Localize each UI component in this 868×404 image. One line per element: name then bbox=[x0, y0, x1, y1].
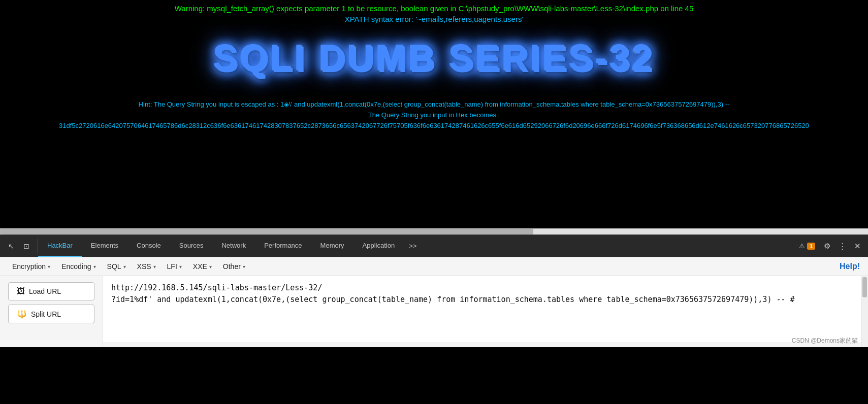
logo-text: SQLI DUMB SERIES-32 bbox=[213, 38, 654, 79]
url-scrollbar-thumb[interactable] bbox=[862, 277, 867, 297]
hint-label: Hint: The Query String you input is esca… bbox=[139, 100, 279, 108]
tab-performance-label: Performance bbox=[264, 242, 302, 249]
hex-value: 31df5c2720616e6420757064617465786d6c2831… bbox=[59, 122, 809, 129]
devtools-bar: ↖ ⊡ HackBar Elements Console Sources Net… bbox=[0, 234, 868, 257]
load-url-btn[interactable]: 🖼 Load URL bbox=[8, 282, 94, 300]
tab-sources-label: Sources bbox=[179, 242, 204, 249]
xss-menu-btn[interactable]: XSS ▾ bbox=[133, 260, 160, 273]
encryption-menu-btn[interactable]: Encryption ▾ bbox=[8, 260, 54, 273]
tab-hackbar[interactable]: HackBar bbox=[38, 235, 82, 257]
xxe-arrow: ▾ bbox=[209, 264, 212, 270]
warning-badge-btn[interactable]: ⚠ 1 bbox=[796, 240, 818, 252]
tab-elements[interactable]: Elements bbox=[82, 235, 127, 257]
other-arrow: ▾ bbox=[243, 264, 245, 270]
encryption-arrow: ▾ bbox=[48, 264, 50, 270]
tab-memory-label: Memory bbox=[320, 242, 344, 249]
tab-network[interactable]: Network bbox=[212, 235, 255, 257]
more-options-icon: ⋮ bbox=[839, 242, 846, 251]
device-icon-btn[interactable]: ⊡ bbox=[19, 239, 34, 253]
split-url-label: Split URL bbox=[31, 310, 61, 318]
tab-more[interactable]: >> bbox=[404, 235, 422, 257]
tab-sources[interactable]: Sources bbox=[170, 235, 213, 257]
logo-container: SQLI DUMB SERIES-32 bbox=[0, 27, 868, 94]
encoding-arrow: ▾ bbox=[93, 264, 96, 270]
lfi-arrow: ▾ bbox=[179, 264, 182, 270]
settings-btn[interactable]: ⚙ bbox=[820, 240, 833, 253]
xpath-error: XPATH syntax error: '~emails,referers,ua… bbox=[0, 15, 868, 27]
hackbar-panel: Encryption ▾ Encoding ▾ SQL ▾ XSS ▾ LFI … bbox=[0, 257, 868, 347]
tab-console[interactable]: Console bbox=[127, 235, 170, 257]
xss-arrow: ▾ bbox=[153, 264, 156, 270]
tab-performance[interactable]: Performance bbox=[255, 235, 311, 257]
sql-menu-btn[interactable]: SQL ▾ bbox=[103, 260, 130, 273]
url-textarea[interactable]: http://192.168.5.145/sqli-labs-master/Le… bbox=[103, 276, 868, 342]
encryption-label: Encryption bbox=[12, 262, 46, 271]
encoding-menu-btn[interactable]: Encoding ▾ bbox=[57, 260, 100, 273]
hackbar-buttons: 🖼 Load URL 🔱 Split URL bbox=[0, 276, 103, 347]
xxe-label: XXE bbox=[193, 262, 207, 271]
load-url-label: Load URL bbox=[29, 287, 61, 295]
settings-icon: ⚙ bbox=[824, 242, 830, 251]
tab-application-label: Application bbox=[363, 242, 395, 249]
lfi-label: LFI bbox=[167, 262, 177, 271]
split-url-icon: 🔱 bbox=[17, 309, 27, 319]
url-textarea-scrollbar[interactable] bbox=[861, 276, 868, 347]
sql-label: SQL bbox=[107, 262, 121, 271]
watermark: CSDN @Demons家的猫 bbox=[792, 336, 858, 345]
close-devtools-btn[interactable]: ✕ bbox=[851, 240, 864, 253]
split-url-btn[interactable]: 🔱 Split URL bbox=[8, 305, 94, 323]
page-horizontal-scrollbar[interactable] bbox=[0, 228, 868, 234]
close-icon: ✕ bbox=[854, 242, 861, 251]
tab-elements-label: Elements bbox=[91, 242, 118, 249]
devtools-right-icons: ⚠ 1 ⚙ ⋮ ✕ bbox=[792, 240, 868, 253]
hint-value: 1◈\' and updatexml(1,concat(0x7e,(select… bbox=[278, 100, 729, 108]
tab-application[interactable]: Application bbox=[353, 235, 404, 257]
hackbar-main: 🖼 Load URL 🔱 Split URL http://192.168.5.… bbox=[0, 276, 868, 347]
cursor-icon-btn[interactable]: ↖ bbox=[4, 239, 18, 253]
page-content: Warning: mysql_fetch_array() expects par… bbox=[0, 0, 868, 228]
tab-hackbar-label: HackBar bbox=[47, 242, 73, 249]
hex-label: The Query String you input in Hex become… bbox=[368, 111, 500, 119]
devtools-left-icons: ↖ ⊡ bbox=[0, 239, 38, 253]
more-tabs-icon: >> bbox=[409, 242, 416, 250]
xxe-menu-btn[interactable]: XXE ▾ bbox=[189, 260, 216, 273]
help-link[interactable]: Help! bbox=[840, 262, 860, 271]
hackbar-toolbar: Encryption ▾ Encoding ▾ SQL ▾ XSS ▾ LFI … bbox=[0, 257, 868, 276]
lfi-menu-btn[interactable]: LFI ▾ bbox=[163, 260, 186, 273]
tab-console-label: Console bbox=[137, 242, 161, 249]
xss-label: XSS bbox=[137, 262, 151, 271]
devtools-tabs: HackBar Elements Console Sources Network… bbox=[38, 235, 792, 257]
scrollbar-thumb[interactable] bbox=[0, 229, 533, 234]
warning-text: Warning: mysql_fetch_array() expects par… bbox=[0, 0, 868, 15]
warning-count-badge: 1 bbox=[807, 243, 815, 250]
device-icon: ⊡ bbox=[23, 242, 29, 250]
hint-block: Hint: The Query String you input is esca… bbox=[0, 94, 868, 136]
other-label: Other bbox=[223, 262, 241, 271]
sql-arrow: ▾ bbox=[123, 264, 126, 270]
warning-icon: ⚠ bbox=[799, 242, 805, 250]
cursor-icon: ↖ bbox=[8, 242, 14, 250]
other-menu-btn[interactable]: Other ▾ bbox=[219, 260, 249, 273]
encoding-label: Encoding bbox=[61, 262, 91, 271]
load-url-icon: 🖼 bbox=[17, 287, 25, 296]
tab-network-label: Network bbox=[221, 242, 246, 249]
hackbar-url-area: http://192.168.5.145/sqli-labs-master/Le… bbox=[103, 276, 868, 347]
tab-memory[interactable]: Memory bbox=[311, 235, 353, 257]
more-options-btn[interactable]: ⋮ bbox=[835, 240, 849, 253]
